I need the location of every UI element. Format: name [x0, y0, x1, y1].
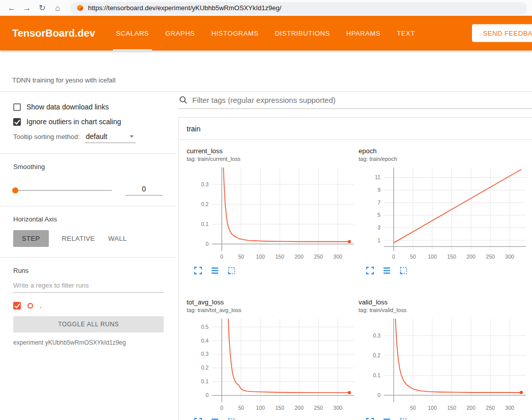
send-feedback-button[interactable]: SEND FEEDBACK — [472, 24, 532, 42]
tab-histograms[interactable]: HISTOGRAMS — [203, 16, 267, 50]
svg-text:200: 200 — [294, 405, 304, 411]
fit-domain-icon[interactable] — [399, 266, 408, 275]
chart-card-current-loss: current_loss tag: train/current_loss 00.… — [187, 147, 359, 275]
svg-text:250: 250 — [486, 405, 495, 411]
expand-chart-icon[interactable] — [194, 417, 202, 420]
svg-text:0: 0 — [220, 405, 223, 411]
checkbox-label: Show data download links — [26, 103, 109, 111]
log-scale-icon[interactable] — [211, 417, 219, 420]
experiment-title: TDNN training for yesno with icefall — [12, 76, 115, 84]
run-row[interactable]: . — [13, 302, 163, 310]
address-bar[interactable]: https://tensorboard.dev/experiment/yKUbh… — [70, 2, 527, 14]
svg-text:200: 200 — [466, 254, 476, 260]
svg-text:250: 250 — [314, 405, 323, 411]
chart-tag: tag: train/epoch — [359, 156, 530, 162]
slider-thumb[interactable] — [12, 187, 18, 193]
expand-chart-icon[interactable] — [366, 417, 374, 420]
axis-relative-button[interactable]: RELATIVE — [62, 235, 95, 242]
svg-text:300: 300 — [333, 254, 342, 260]
svg-text:0.5: 0.5 — [201, 324, 209, 330]
app-header: TensorBoard.dev SCALARS GRAPHS HISTOGRAM… — [0, 16, 532, 50]
tab-scalars[interactable]: SCALARS — [108, 16, 157, 50]
line-chart-valid-loss[interactable]: 00.10.20.350100150200250300 — [359, 316, 529, 415]
chart-toolbar — [194, 417, 359, 420]
svg-text:0.4: 0.4 — [201, 338, 209, 344]
home-icon[interactable]: ⌂ — [51, 0, 64, 16]
expand-chart-icon[interactable] — [366, 266, 374, 275]
forward-icon[interactable]: → — [20, 0, 34, 16]
fit-domain-icon[interactable] — [227, 417, 236, 420]
ignore-outliers-checkbox[interactable]: Ignore outliers in chart scaling — [13, 118, 163, 126]
chart-toolbar — [366, 266, 530, 275]
tooltip-sorting-value: default — [86, 132, 107, 141]
tag-filter-row — [178, 92, 532, 109]
smoothing-label: Smoothing — [13, 163, 163, 171]
smoothing-slider[interactable] — [13, 190, 112, 191]
tab-text[interactable]: TEXT — [389, 16, 423, 50]
svg-text:0: 0 — [377, 392, 380, 398]
back-icon[interactable]: ← — [5, 0, 18, 16]
tag-group-body: current_loss tag: train/current_loss 00.… — [179, 140, 532, 420]
reload-icon[interactable]: ↻ — [36, 0, 49, 16]
svg-text:50: 50 — [238, 405, 244, 411]
tooltip-sorting-row: Tooltip sorting method: default — [13, 132, 163, 143]
svg-text:100: 100 — [256, 254, 265, 260]
svg-text:250: 250 — [314, 254, 323, 260]
experiment-subheader: TDNN training for yesno with icefall — [0, 50, 532, 92]
svg-text:0.3: 0.3 — [201, 351, 209, 357]
svg-text:0.2: 0.2 — [201, 201, 209, 207]
chart-tag: tag: train/current_loss — [187, 156, 359, 162]
axis-wall-button[interactable]: WALL — [108, 235, 127, 242]
toggle-all-runs-button[interactable]: TOGGLE ALL RUNS — [13, 316, 164, 332]
scalars-panel: train current_loss tag: train/current_lo… — [176, 92, 532, 420]
line-chart-tot-avg-loss[interactable]: 00.10.20.30.40.5050100150200250300 — [187, 316, 357, 415]
line-chart-current-loss[interactable]: 00.10.20.3050100150200250300 — [187, 164, 357, 264]
fit-domain-icon[interactable] — [399, 417, 408, 420]
checkbox-checked-icon — [13, 118, 21, 126]
tag-group-header[interactable]: train — [179, 118, 532, 140]
svg-text:0.3: 0.3 — [373, 332, 380, 339]
tag-filter-input[interactable] — [192, 96, 532, 104]
svg-text:100: 100 — [428, 405, 437, 411]
tab-distributions[interactable]: DISTRIBUTIONS — [267, 16, 338, 50]
run-checkbox[interactable] — [13, 302, 21, 310]
svg-text:150: 150 — [447, 254, 456, 260]
url-text: https://tensorboard.dev/experiment/yKUbh… — [88, 4, 281, 12]
chart-toolbar — [194, 266, 359, 275]
chart-card-valid-loss: valid_loss tag: train/valid_loss 00.10.2… — [359, 298, 530, 420]
chart-card-epoch: epoch tag: train/epoch 13579110501001502… — [359, 147, 530, 275]
tab-hparams[interactable]: HPARAMS — [338, 16, 389, 50]
show-download-links-checkbox[interactable]: Show data download links — [13, 103, 163, 111]
axis-step-button[interactable]: STEP — [13, 230, 49, 247]
svg-text:50: 50 — [410, 254, 416, 260]
svg-text:100: 100 — [256, 405, 265, 411]
svg-text:50: 50 — [238, 254, 244, 260]
log-scale-icon[interactable] — [382, 417, 391, 420]
svg-text:250: 250 — [486, 254, 495, 260]
line-chart-epoch[interactable]: 1357911050100150200250300 — [359, 164, 529, 264]
svg-text:9: 9 — [377, 187, 380, 193]
log-scale-icon[interactable] — [211, 266, 219, 275]
expand-chart-icon[interactable] — [194, 266, 202, 275]
log-scale-icon[interactable] — [382, 266, 391, 275]
horizontal-axis-label: Horizontal Axis — [13, 215, 163, 223]
runs-filter-input[interactable] — [13, 282, 164, 293]
svg-text:0: 0 — [220, 254, 223, 260]
charts-grid: current_loss tag: train/current_loss 00.… — [187, 147, 532, 420]
svg-text:200: 200 — [294, 254, 304, 260]
svg-text:150: 150 — [447, 405, 456, 411]
browser-toolbar: ← → ↻ ⌂ https://tensorboard.dev/experime… — [0, 0, 532, 16]
main-nav: SCALARS GRAPHS HISTOGRAMS DISTRIBUTIONS … — [108, 16, 423, 50]
fit-domain-icon[interactable] — [227, 266, 236, 275]
tag-group-title: train — [187, 125, 200, 133]
divider — [0, 153, 176, 154]
chart-tag: tag: train/valid_loss — [359, 307, 530, 314]
svg-text:1: 1 — [377, 237, 380, 243]
tooltip-sorting-select[interactable]: default — [85, 132, 136, 143]
tab-graphs[interactable]: GRAPHS — [157, 16, 203, 50]
svg-text:5: 5 — [377, 212, 380, 218]
svg-text:0: 0 — [205, 392, 209, 398]
svg-text:100: 100 — [428, 254, 437, 260]
svg-text:150: 150 — [275, 254, 284, 260]
smoothing-value[interactable]: 0 — [125, 185, 163, 195]
